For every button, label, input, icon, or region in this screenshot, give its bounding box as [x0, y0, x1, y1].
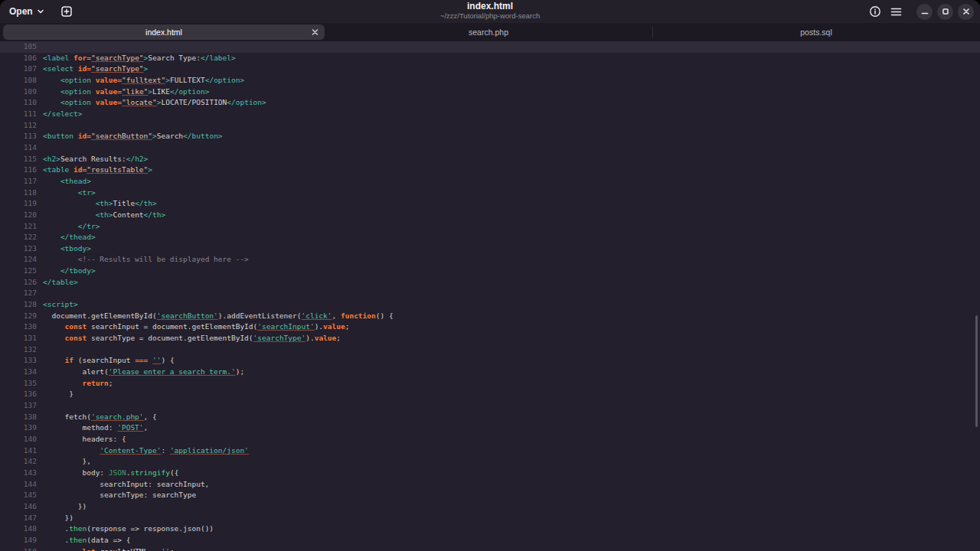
- tab-bar: index.html search.php posts.sql: [0, 23, 980, 41]
- line-number: 132: [0, 344, 37, 356]
- scrollbar-thumb[interactable]: [975, 315, 978, 427]
- code-line[interactable]: 114: [0, 142, 980, 154]
- info-button[interactable]: [867, 3, 884, 20]
- code-text: .then(response => response.json()): [43, 523, 214, 535]
- code-text: <tr>: [43, 187, 96, 199]
- code-line[interactable]: 107<select id="searchType">: [0, 64, 980, 75]
- line-number: 138: [0, 412, 37, 423]
- code-line[interactable]: 144 searchInput: searchInput,: [0, 479, 980, 491]
- code-text: searchInput: searchInput,: [43, 479, 209, 491]
- line-number: 120: [0, 210, 37, 221]
- code-line[interactable]: 126</table>: [0, 277, 980, 289]
- code-text: <th>Content</th>: [43, 210, 165, 221]
- code-line[interactable]: 112: [0, 120, 980, 132]
- code-line[interactable]: 140 headers: {: [0, 434, 980, 445]
- code-line[interactable]: 133 if (searchInput === '') {: [0, 355, 980, 367]
- code-line[interactable]: 128<script>: [0, 299, 980, 311]
- code-line[interactable]: 124 <!-- Results will be displayed here …: [0, 254, 980, 266]
- open-button[interactable]: Open: [6, 4, 47, 19]
- line-number: 146: [0, 501, 37, 513]
- code-line[interactable]: 118 <tr>: [0, 187, 980, 199]
- close-icon: [962, 8, 970, 15]
- code-line[interactable]: 109 <option value="like">LIKE</option>: [0, 86, 980, 98]
- code-line[interactable]: 129 document.getElementById('searchButto…: [0, 311, 980, 322]
- code-line[interactable]: 117 <thead>: [0, 176, 980, 187]
- line-number: 123: [0, 243, 37, 255]
- code-line[interactable]: 119 <th>Title</th>: [0, 198, 980, 210]
- code-line[interactable]: 120 <th>Content</th>: [0, 210, 980, 221]
- line-number: 131: [0, 333, 37, 344]
- line-number: 116: [0, 165, 37, 176]
- code-line[interactable]: 123 <tbody>: [0, 243, 980, 255]
- tab-label: posts.sql: [800, 28, 831, 37]
- line-number: 124: [0, 254, 37, 266]
- maximize-button[interactable]: [937, 4, 953, 20]
- line-number: 112: [0, 120, 37, 132]
- tab-posts-sql[interactable]: posts.sql: [654, 24, 978, 40]
- line-number: 105: [0, 41, 37, 53]
- code-line[interactable]: 106<label for="searchType">Search Type:<…: [0, 53, 980, 64]
- new-tab-icon: [60, 5, 73, 18]
- code-line[interactable]: 132: [0, 344, 980, 356]
- code-line[interactable]: 139 method: 'POST',: [0, 422, 980, 434]
- tab-index-html[interactable]: index.html: [3, 24, 325, 40]
- text-editor-window: Open index.html ~/zzz/Tutorial/php-word-…: [0, 0, 980, 551]
- hamburger-menu-icon: [890, 7, 902, 17]
- code-text: <label for="searchType">Search Type:</la…: [43, 53, 236, 64]
- line-number: 134: [0, 367, 37, 378]
- line-number: 147: [0, 513, 37, 524]
- line-number: 149: [0, 535, 37, 546]
- line-number: 115: [0, 154, 37, 165]
- window-title-block: index.html ~/zzz/Tutorial/php-word-searc…: [440, 2, 540, 21]
- code-line[interactable]: 141 'Content-Type': 'application/json': [0, 445, 980, 457]
- code-text: headers: {: [43, 434, 126, 445]
- code-text: <option value="fulltext">FULLTEXT</optio…: [43, 75, 244, 86]
- code-area[interactable]: 105106<label for="searchType">Search Typ…: [0, 41, 980, 551]
- close-button[interactable]: [958, 4, 974, 20]
- code-line[interactable]: 136 }: [0, 389, 980, 400]
- code-line[interactable]: 147 }): [0, 513, 980, 524]
- code-line[interactable]: 135 return;: [0, 378, 980, 390]
- code-line[interactable]: 115<h2>Search Results:</h2>: [0, 154, 980, 165]
- menu-button[interactable]: [888, 5, 904, 19]
- code-line[interactable]: 105: [0, 41, 980, 53]
- code-text: method: 'POST',: [43, 422, 148, 434]
- code-line[interactable]: 111</select>: [0, 109, 980, 120]
- code-line[interactable]: 150 let resultsHTML = '';: [0, 546, 980, 551]
- code-line[interactable]: 127: [0, 288, 980, 299]
- minimize-button[interactable]: [916, 4, 933, 20]
- line-number: 109: [0, 86, 37, 98]
- line-number: 126: [0, 277, 37, 289]
- line-number: 141: [0, 445, 37, 457]
- code-line[interactable]: 145 searchType: searchType: [0, 490, 980, 501]
- code-text: <select id="searchType">: [43, 64, 148, 75]
- code-text: <thead>: [43, 176, 91, 187]
- tab-search-php[interactable]: search.php: [326, 24, 651, 40]
- code-line[interactable]: 134 alert('Please enter a search term.')…: [0, 367, 980, 378]
- code-line[interactable]: 138 fetch('search.php', {: [0, 412, 980, 423]
- code-text: }): [43, 513, 74, 524]
- code-line[interactable]: 131 const searchType = document.getEleme…: [0, 333, 980, 344]
- code-line[interactable]: 125 </tbody>: [0, 266, 980, 277]
- tab-close-button[interactable]: [310, 28, 320, 37]
- code-line[interactable]: 143 body: JSON.stringify({: [0, 468, 980, 479]
- line-number: 137: [0, 400, 37, 412]
- code-line[interactable]: 113<button id="searchButton">Search</but…: [0, 131, 980, 142]
- code-line[interactable]: 108 <option value="fulltext">FULLTEXT</o…: [0, 75, 980, 86]
- code-line[interactable]: 148 .then(response => response.json()): [0, 523, 980, 535]
- new-tab-button[interactable]: [58, 3, 75, 20]
- code-line[interactable]: 122 </thead>: [0, 232, 980, 243]
- code-line[interactable]: 137: [0, 400, 980, 412]
- line-number: 148: [0, 523, 37, 535]
- code-text: </thead>: [43, 232, 96, 243]
- line-number: 114: [0, 142, 37, 154]
- code-line[interactable]: 130 const searchInput = document.getElem…: [0, 321, 980, 333]
- line-number: 150: [0, 546, 37, 551]
- code-line[interactable]: 121 </tr>: [0, 221, 980, 233]
- code-line[interactable]: 146 }): [0, 501, 980, 513]
- code-line[interactable]: 110 <option value="locate">LOCATE/POSITI…: [0, 97, 980, 109]
- code-line[interactable]: 142 },: [0, 456, 980, 468]
- code-line[interactable]: 116<table id="resultsTable">: [0, 165, 980, 176]
- code-line[interactable]: 149 .then(data => {: [0, 535, 980, 546]
- code-text: document.getElementById('searchButton').…: [43, 311, 394, 322]
